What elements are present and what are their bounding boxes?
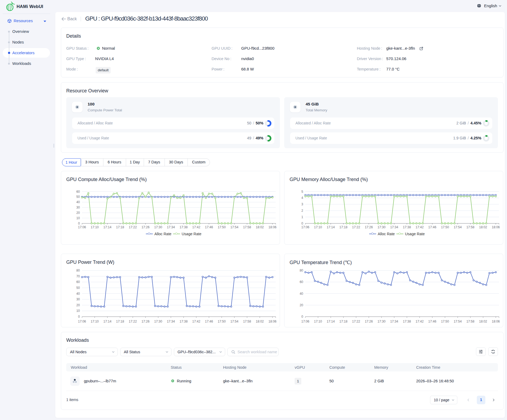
svg-text:17:22: 17:22 [129, 225, 137, 229]
svg-text:50: 50 [76, 286, 80, 290]
svg-text:17:50: 17:50 [441, 225, 449, 229]
svg-text:17:10: 17:10 [314, 320, 322, 323]
svg-text:18:06: 18:06 [492, 320, 500, 323]
svg-text:17:10: 17:10 [314, 225, 322, 229]
svg-text:18:02: 18:02 [256, 320, 264, 323]
svg-text:0: 0 [78, 315, 80, 319]
svg-text:17:22: 17:22 [129, 320, 137, 323]
svg-text:40: 40 [300, 292, 303, 296]
svg-text:2: 2 [301, 209, 303, 213]
svg-text:20: 20 [300, 303, 303, 307]
svg-text:0: 0 [301, 222, 303, 225]
svg-text:17:26: 17:26 [365, 225, 373, 229]
svg-text:17:42: 17:42 [416, 320, 424, 323]
svg-text:17:34: 17:34 [390, 320, 398, 323]
svg-text:17:30: 17:30 [377, 320, 385, 323]
svg-text:17:18: 17:18 [116, 225, 124, 229]
svg-text:17:42: 17:42 [192, 320, 200, 323]
svg-text:17:10: 17:10 [91, 225, 99, 229]
svg-text:18:02: 18:02 [256, 225, 264, 229]
svg-text:17:06: 17:06 [78, 320, 86, 323]
svg-text:17:26: 17:26 [142, 225, 150, 229]
svg-text:40: 40 [76, 200, 80, 204]
svg-text:18:02: 18:02 [479, 320, 487, 323]
svg-text:17:18: 17:18 [340, 320, 348, 323]
svg-text:17:14: 17:14 [103, 320, 111, 323]
svg-text:17:34: 17:34 [167, 320, 175, 323]
svg-text:18:06: 18:06 [492, 225, 500, 229]
svg-text:17:58: 17:58 [243, 225, 251, 229]
svg-text:17:46: 17:46 [428, 225, 436, 229]
svg-text:80: 80 [300, 269, 303, 272]
svg-text:5: 5 [301, 190, 303, 194]
svg-text:10: 10 [76, 216, 80, 220]
svg-text:17:38: 17:38 [403, 225, 411, 229]
svg-text:0: 0 [301, 315, 303, 319]
svg-text:60: 60 [76, 280, 80, 284]
svg-text:4: 4 [301, 196, 303, 200]
svg-text:17:06: 17:06 [301, 225, 309, 229]
svg-text:17:18: 17:18 [340, 225, 348, 229]
svg-text:17:46: 17:46 [205, 320, 213, 323]
svg-text:0: 0 [78, 222, 80, 225]
svg-text:17:22: 17:22 [352, 320, 360, 323]
svg-text:40: 40 [76, 292, 80, 296]
svg-text:17:38: 17:38 [403, 320, 411, 323]
svg-text:17:14: 17:14 [103, 225, 111, 229]
svg-text:1: 1 [301, 215, 303, 219]
svg-text:17:26: 17:26 [142, 320, 150, 323]
svg-text:17:34: 17:34 [390, 225, 398, 229]
svg-text:17:50: 17:50 [218, 225, 226, 229]
svg-text:17:46: 17:46 [205, 225, 213, 229]
svg-text:17:26: 17:26 [365, 320, 373, 323]
svg-text:30: 30 [76, 297, 80, 301]
svg-text:17:42: 17:42 [192, 225, 200, 229]
svg-text:17:38: 17:38 [180, 320, 188, 323]
svg-text:17:50: 17:50 [218, 320, 226, 323]
svg-text:17:30: 17:30 [154, 320, 162, 323]
svg-text:18:02: 18:02 [479, 225, 487, 229]
svg-text:17:10: 17:10 [91, 320, 99, 323]
svg-text:50: 50 [76, 195, 80, 199]
svg-text:17:38: 17:38 [180, 225, 188, 229]
svg-text:17:54: 17:54 [230, 225, 238, 229]
svg-text:18:06: 18:06 [268, 320, 276, 323]
svg-text:17:58: 17:58 [466, 320, 474, 323]
svg-text:17:22: 17:22 [352, 225, 360, 229]
svg-text:17:14: 17:14 [327, 320, 335, 323]
svg-text:80: 80 [76, 269, 80, 272]
svg-text:20: 20 [76, 211, 80, 215]
svg-text:20: 20 [76, 303, 80, 307]
svg-text:3: 3 [301, 202, 303, 206]
svg-text:17:14: 17:14 [327, 225, 335, 229]
svg-text:60: 60 [300, 280, 303, 284]
svg-text:17:34: 17:34 [167, 225, 175, 229]
svg-text:17:46: 17:46 [428, 320, 436, 323]
svg-text:10: 10 [76, 309, 80, 313]
svg-text:17:30: 17:30 [377, 225, 385, 229]
svg-text:17:30: 17:30 [154, 225, 162, 229]
svg-text:17:54: 17:54 [230, 320, 238, 323]
svg-text:17:50: 17:50 [441, 320, 449, 323]
svg-text:30: 30 [76, 206, 80, 209]
svg-text:17:42: 17:42 [416, 225, 424, 229]
svg-text:17:54: 17:54 [454, 225, 462, 229]
svg-text:70: 70 [76, 274, 80, 278]
svg-text:17:06: 17:06 [301, 320, 309, 323]
svg-text:17:18: 17:18 [116, 320, 124, 323]
svg-text:17:06: 17:06 [78, 225, 86, 229]
svg-text:18:06: 18:06 [268, 225, 276, 229]
svg-text:60: 60 [76, 190, 80, 194]
svg-text:17:58: 17:58 [466, 225, 474, 229]
svg-text:17:54: 17:54 [454, 320, 462, 323]
svg-text:17:58: 17:58 [243, 320, 251, 323]
